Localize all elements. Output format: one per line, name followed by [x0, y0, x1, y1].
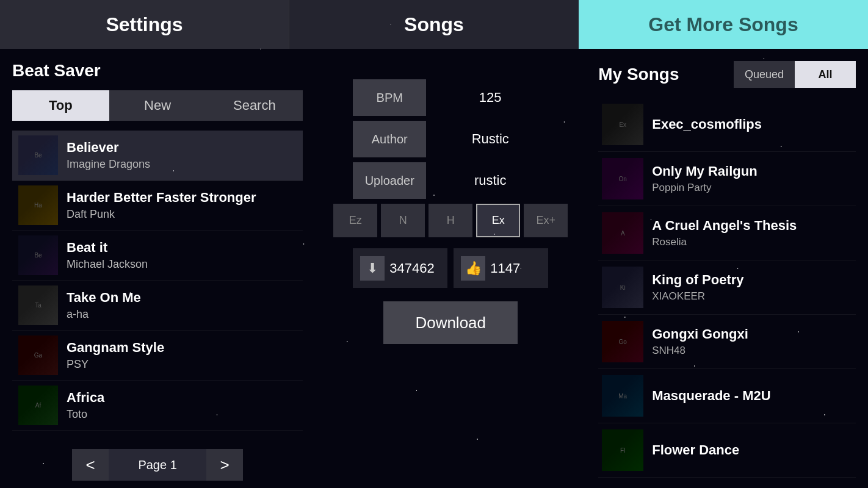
tab-top[interactable]: Top — [12, 90, 109, 121]
author-row: Author Rustic — [353, 121, 548, 157]
mysong-title: Flower Dance — [652, 442, 739, 458]
mysong-title: Masquerade - M2U — [652, 388, 770, 404]
song-artist: Daft Punk — [67, 208, 256, 221]
mysong-info: Only My Railgun Poppin Party — [652, 163, 757, 194]
song-thumbnail: Ta — [18, 285, 58, 325]
mysong-thumbnail: Ma — [602, 375, 643, 417]
mysongs-list: Ex Exec_cosmoflips On Only My Railgun Po… — [598, 98, 856, 488]
detail-grid: BPM 125 Author Rustic Uploader rustic — [353, 79, 548, 199]
song-info: Beat it Michael Jackson — [67, 240, 148, 271]
song-item[interactable]: Ga Gangnam Style PSY — [12, 331, 303, 381]
mysong-info: A Cruel Angel's Thesis Roselia — [652, 218, 797, 248]
song-thumbnail: Af — [18, 386, 58, 425]
like-icon: 👍 — [461, 256, 485, 281]
difficulty-button-n[interactable]: N — [381, 204, 425, 237]
bpm-label[interactable]: BPM — [353, 79, 426, 116]
downloads-block: ⬇ 347462 — [353, 248, 447, 288]
page-next-button[interactable]: > — [206, 449, 243, 481]
difficulty-button-h[interactable]: H — [429, 204, 472, 237]
song-info: Gangnam Style PSY — [67, 340, 164, 371]
page-prev-button[interactable]: < — [72, 449, 109, 481]
mysong-item[interactable]: Ma Masquerade - M2U — [598, 369, 856, 423]
mysong-title: King of Poetry — [652, 272, 743, 288]
nav-settings-button[interactable]: Settings — [0, 0, 289, 49]
mysong-info: Gongxi Gongxi SNH48 — [652, 326, 748, 357]
bpm-row: BPM 125 — [353, 79, 548, 116]
song-artist: Imagine Dragons — [67, 158, 150, 171]
difficulty-button-ez[interactable]: Ez — [333, 204, 377, 237]
stats-row: ⬇ 347462 👍 1147 — [353, 248, 548, 288]
song-title: Gangnam Style — [67, 340, 164, 356]
mysong-info: Exec_cosmoflips — [652, 117, 762, 132]
mysongs-header: My Songs Queued All — [598, 61, 856, 88]
mysong-title: Only My Railgun — [652, 163, 757, 179]
uploader-label[interactable]: Uploader — [353, 162, 426, 199]
tab-new[interactable]: New — [109, 90, 206, 121]
song-artist: a-ha — [67, 308, 141, 321]
pagination: < Page 1 > — [12, 442, 303, 488]
song-list: Be Believer Imagine Dragons Ha Harder Be… — [12, 131, 303, 442]
main-content: Beat Saver Top New Search Be Believer Im… — [0, 49, 868, 488]
beatsaver-title: Beat Saver — [12, 61, 303, 81]
song-info: Believer Imagine Dragons — [67, 140, 150, 171]
song-item[interactable]: Be Beat it Michael Jackson — [12, 231, 303, 281]
mysong-artist: Poppin Party — [652, 182, 757, 194]
tab-search[interactable]: Search — [206, 90, 303, 121]
mysong-info: King of Poetry XIAOKEER — [652, 272, 743, 303]
mysong-title: A Cruel Angel's Thesis — [652, 218, 797, 234]
song-info: Take On Me a-ha — [67, 290, 141, 321]
mysong-thumbnail: Ki — [602, 267, 643, 308]
mysong-item[interactable]: Fl Flower Dance — [598, 423, 856, 478]
nav-getmore-button[interactable]: Get More Songs — [579, 0, 868, 49]
nav-settings-label: Settings — [106, 13, 183, 36]
mysongs-tabs: Queued All — [734, 61, 856, 88]
nav-getmore-label: Get More Songs — [648, 13, 798, 36]
mysong-thumbnail: On — [602, 158, 643, 199]
mysong-info: Masquerade - M2U — [652, 388, 770, 404]
mysong-title: Exec_cosmoflips — [652, 117, 762, 132]
song-item[interactable]: Be Believer Imagine Dragons — [12, 131, 303, 181]
difficulty-button-ex+[interactable]: Ex+ — [524, 204, 568, 237]
top-nav: Settings Songs Get More Songs — [0, 0, 868, 49]
mysong-item[interactable]: Ex Exec_cosmoflips — [598, 98, 856, 152]
song-artist: Toto — [67, 408, 104, 421]
middle-panel: BPM 125 Author Rustic Uploader rustic Ez… — [315, 49, 586, 488]
page-label: Page 1 — [109, 449, 206, 481]
song-thumbnail: Be — [18, 135, 58, 175]
song-thumbnail: Be — [18, 235, 58, 275]
mysong-info: Flower Dance — [652, 442, 739, 458]
nav-songs-label: Songs — [404, 13, 464, 36]
download-icon: ⬇ — [360, 256, 385, 281]
uploader-value: rustic — [432, 162, 548, 199]
right-panel: My Songs Queued All Ex Exec_cosmoflips O… — [586, 49, 868, 488]
nav-songs-button[interactable]: Songs — [289, 0, 579, 49]
song-thumbnail: Ha — [18, 185, 58, 225]
author-label[interactable]: Author — [353, 121, 426, 157]
difficulty-button-ex[interactable]: Ex — [476, 204, 520, 237]
download-button[interactable]: Download — [383, 301, 518, 344]
mysongs-tab-queued[interactable]: Queued — [734, 61, 795, 88]
song-item[interactable]: Ha Harder Better Faster Stronger Daft Pu… — [12, 181, 303, 231]
song-info: Harder Better Faster Stronger Daft Punk — [67, 190, 256, 221]
song-thumbnail: Ga — [18, 336, 58, 375]
song-item[interactable]: Af Africa Toto — [12, 381, 303, 431]
song-title: Beat it — [67, 240, 148, 256]
mysong-thumbnail: Go — [602, 321, 643, 362]
mysongs-tab-all[interactable]: All — [795, 61, 856, 88]
left-panel: Beat Saver Top New Search Be Believer Im… — [0, 49, 315, 488]
song-item[interactable]: Ta Take On Me a-ha — [12, 281, 303, 331]
mysong-item[interactable]: A A Cruel Angel's Thesis Roselia — [598, 206, 856, 260]
mysong-item[interactable]: Go Gongxi Gongxi SNH48 — [598, 315, 856, 369]
uploader-row: Uploader rustic — [353, 162, 548, 199]
mysong-item[interactable]: On Only My Railgun Poppin Party — [598, 152, 856, 206]
song-title: Africa — [67, 390, 104, 406]
mysong-thumbnail: A — [602, 212, 643, 254]
mysong-thumbnail: Fl — [602, 429, 643, 471]
mysongs-title: My Songs — [598, 65, 679, 84]
song-title: Harder Better Faster Stronger — [67, 190, 256, 206]
song-artist: PSY — [67, 358, 164, 371]
mysong-artist: Roselia — [652, 236, 797, 248]
likes-value: 1147 — [490, 260, 520, 276]
song-artist: Michael Jackson — [67, 258, 148, 271]
mysong-item[interactable]: Ki King of Poetry XIAOKEER — [598, 260, 856, 315]
